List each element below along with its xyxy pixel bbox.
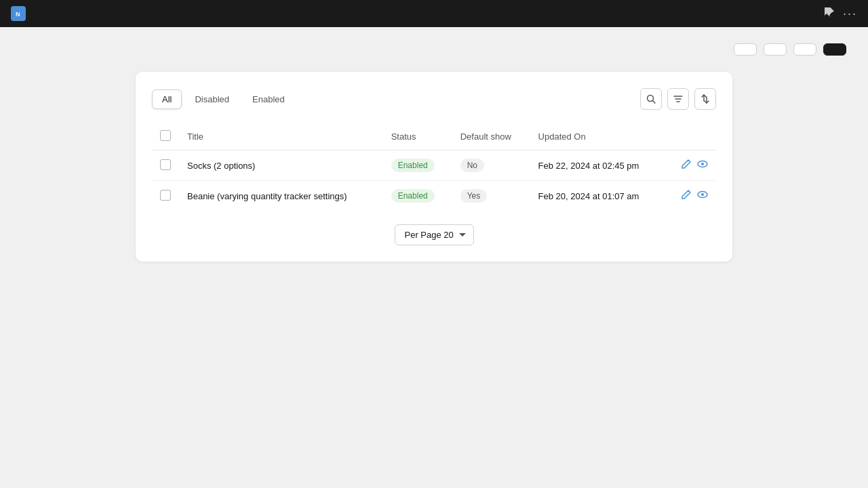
row-title: Beanie (varying quantity tracker setting… [179, 181, 383, 211]
status-badge: Enabled [391, 189, 435, 203]
view-icon[interactable] [697, 189, 708, 203]
bulkbuddies-table: Title Status Default show Updated On Soc… [152, 123, 716, 211]
table-header-row: Title Status Default show Updated On [152, 123, 716, 150]
row-status: Enabled [383, 150, 452, 181]
sort-icon [701, 94, 710, 104]
search-icon [646, 94, 656, 104]
row-checkbox-cell [152, 150, 179, 181]
row-title: Socks (2 options) [179, 150, 383, 181]
table-row: Socks (2 options) Enabled No Feb 22, 202… [152, 150, 716, 181]
edit-icon[interactable] [681, 189, 692, 203]
per-page-select[interactable]: Per Page 10 Per Page 20 Per Page 50 [395, 224, 474, 245]
row-checkbox-0[interactable] [160, 159, 171, 170]
tab-enabled[interactable]: Enabled [242, 89, 295, 109]
svg-point-12 [701, 193, 704, 196]
sort-button[interactable] [694, 88, 716, 110]
row-checkbox-cell [152, 181, 179, 211]
new-bulkbuddy-button[interactable] [823, 43, 846, 56]
row-actions-cell [666, 181, 716, 211]
main-content: All Disabled Enabled [0, 27, 868, 278]
svg-point-10 [701, 163, 704, 165]
row-updated-on: Feb 22, 2024 at 02:45 pm [530, 150, 666, 181]
col-status: Status [383, 123, 452, 150]
col-updated-on: Updated On [530, 123, 666, 150]
svg-text:N: N [16, 11, 20, 18]
view-icon[interactable] [697, 159, 708, 172]
search-button[interactable] [640, 88, 662, 110]
topbar: N ··· [0, 0, 868, 27]
row-checkbox-1[interactable] [160, 190, 171, 201]
default-show-badge: Yes [460, 189, 488, 203]
filter-icon [673, 94, 683, 104]
export-button[interactable] [734, 43, 757, 56]
tabs-bar: All Disabled Enabled [152, 88, 716, 110]
default-show-badge: No [460, 159, 484, 172]
topbar-right: ··· [824, 7, 857, 21]
col-title: Title [179, 123, 383, 150]
row-status: Enabled [383, 181, 452, 211]
col-actions [666, 123, 716, 150]
select-all-col [152, 123, 179, 150]
row-default-show: No [452, 150, 530, 181]
header-actions [734, 43, 846, 56]
filter-button[interactable] [667, 88, 689, 110]
pin-icon[interactable] [824, 7, 835, 20]
cache-refresh-button[interactable] [793, 43, 816, 56]
pagination: Per Page 10 Per Page 20 Per Page 50 [152, 224, 716, 245]
tab-group: All Disabled Enabled [152, 89, 295, 109]
status-badge: Enabled [391, 159, 435, 172]
import-button[interactable] [764, 43, 787, 56]
row-actions [674, 159, 708, 172]
row-actions [674, 189, 708, 203]
main-card: All Disabled Enabled [136, 72, 732, 262]
row-actions-cell [666, 150, 716, 181]
row-updated-on: Feb 20, 2024 at 01:07 am [530, 181, 666, 211]
row-default-show: Yes [452, 181, 530, 211]
svg-line-3 [653, 101, 656, 104]
tab-all[interactable]: All [152, 89, 182, 109]
table-row: Beanie (varying quantity tracker setting… [152, 181, 716, 211]
topbar-left: N [11, 6, 31, 21]
tab-disabled[interactable]: Disabled [184, 89, 239, 109]
col-default-show: Default show [452, 123, 530, 150]
app-icon: N [11, 6, 26, 21]
select-all-checkbox[interactable] [160, 130, 171, 141]
tab-actions [640, 88, 716, 110]
page-header [22, 43, 846, 56]
more-options-icon[interactable]: ··· [843, 7, 857, 21]
edit-icon[interactable] [681, 159, 692, 172]
